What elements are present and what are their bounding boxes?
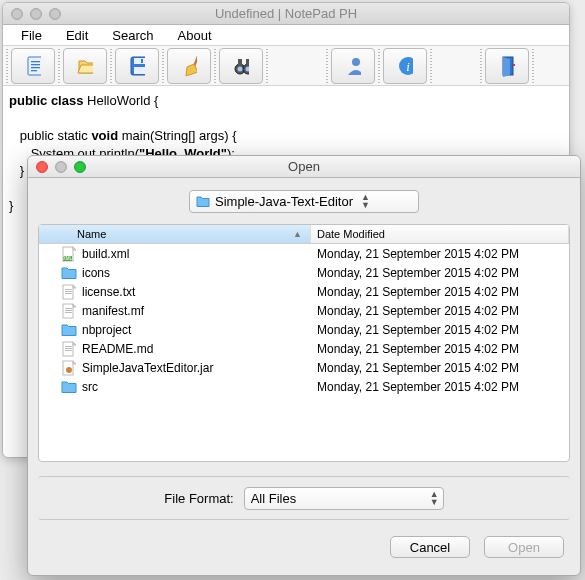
dialog-title: Open	[28, 159, 580, 174]
svg-rect-14	[238, 59, 242, 65]
menu-search[interactable]: Search	[100, 26, 165, 45]
toolbar-separator	[6, 49, 8, 83]
new-file-button[interactable]	[11, 48, 55, 84]
toolbar-separator	[110, 49, 112, 83]
file-row[interactable]: iconsMonday, 21 September 2015 4:02 PM	[39, 263, 569, 282]
cancel-label: Cancel	[410, 540, 450, 555]
close-dot[interactable]	[36, 161, 48, 173]
zoom-dot[interactable]	[49, 8, 61, 20]
svg-rect-1	[31, 61, 40, 62]
folder-path-row: Simple-Java-Text-Editor ▲▼	[28, 178, 580, 224]
menu-edit[interactable]: Edit	[54, 26, 100, 45]
file-name: license.txt	[82, 285, 135, 299]
file-date: Monday, 21 September 2015 4:02 PM	[311, 380, 569, 394]
svg-rect-29	[65, 310, 72, 311]
column-name-label: Name	[77, 228, 106, 240]
exit-button[interactable]	[485, 48, 529, 84]
file-date: Monday, 21 September 2015 4:02 PM	[311, 323, 569, 337]
cancel-button[interactable]: Cancel	[390, 536, 470, 558]
toolbar-separator	[430, 49, 432, 83]
find-button[interactable]	[219, 48, 263, 84]
file-format-popup[interactable]: All Files ▲▼	[244, 487, 444, 510]
code-keyword: void	[91, 128, 118, 143]
exit-door-icon	[499, 58, 515, 74]
file-name: nbproject	[82, 323, 131, 337]
user-button[interactable]	[331, 48, 375, 84]
file-date: Monday, 21 September 2015 4:02 PM	[311, 247, 569, 261]
toolbar-separator	[532, 49, 534, 83]
file-format-label: File Format:	[164, 491, 233, 506]
svg-rect-25	[65, 291, 72, 292]
folder-icon	[61, 379, 77, 395]
file-name: src	[82, 380, 98, 394]
broom-icon	[181, 58, 197, 74]
file-row[interactable]: license.txtMonday, 21 September 2015 4:0…	[39, 282, 569, 301]
open-file-button[interactable]	[63, 48, 107, 84]
sort-ascending-icon: ▲	[293, 229, 302, 239]
chevron-updown-icon: ▲▼	[430, 491, 439, 506]
svg-text:i: i	[406, 59, 410, 74]
dialog-button-row: Cancel Open	[28, 520, 580, 558]
code-text: main(String[] args) {	[118, 128, 237, 143]
menu-about[interactable]: About	[166, 26, 224, 45]
toolbar-separator	[162, 49, 164, 83]
file-row[interactable]: manifest.mfMonday, 21 September 2015 4:0…	[39, 301, 569, 320]
file-row[interactable]: README.mdMonday, 21 September 2015 4:02 …	[39, 339, 569, 358]
file-row[interactable]: XMLbuild.xmlMonday, 21 September 2015 4:…	[39, 244, 569, 263]
toolbar-separator	[326, 49, 328, 83]
column-date-label: Date Modified	[317, 228, 385, 240]
column-name-header[interactable]: Name ▲	[39, 225, 311, 243]
svg-rect-2	[31, 64, 40, 65]
folder-popup[interactable]: Simple-Java-Text-Editor ▲▼	[189, 190, 419, 213]
file-icon: XML	[61, 246, 77, 262]
new-file-icon	[25, 58, 41, 74]
folder-icon	[61, 322, 77, 338]
person-icon	[345, 58, 361, 74]
folder-name: Simple-Java-Text-Editor	[215, 194, 353, 209]
svg-rect-4	[31, 70, 37, 71]
close-dot[interactable]	[11, 8, 23, 20]
file-list[interactable]: XMLbuild.xmlMonday, 21 September 2015 4:…	[39, 244, 569, 396]
file-name: icons	[82, 266, 110, 280]
file-row[interactable]: SimpleJavaTextEditor.jarMonday, 21 Septe…	[39, 358, 569, 377]
file-name: manifest.mf	[82, 304, 144, 318]
minimize-dot[interactable]	[30, 8, 42, 20]
code-keyword: public class	[9, 93, 83, 108]
menubar: File Edit Search About	[3, 25, 569, 46]
file-icon	[61, 360, 77, 376]
dialog-titlebar: Open	[28, 156, 580, 178]
save-button[interactable]	[115, 48, 159, 84]
code-text: }	[9, 163, 24, 178]
traffic-lights-inactive	[3, 8, 61, 20]
menu-file[interactable]: File	[9, 26, 54, 45]
minimize-dot[interactable]	[55, 161, 67, 173]
svg-rect-28	[65, 308, 72, 309]
svg-rect-33	[65, 348, 72, 349]
toolbar-separator	[480, 49, 482, 83]
zoom-dot[interactable]	[74, 161, 86, 173]
file-row[interactable]: srcMonday, 21 September 2015 4:02 PM	[39, 377, 569, 396]
file-date: Monday, 21 September 2015 4:02 PM	[311, 266, 569, 280]
file-row[interactable]: nbprojectMonday, 21 September 2015 4:02 …	[39, 320, 569, 339]
file-date: Monday, 21 September 2015 4:02 PM	[311, 285, 569, 299]
chevron-updown-icon: ▲▼	[361, 194, 370, 209]
clear-button[interactable]	[167, 48, 211, 84]
svg-rect-0	[28, 57, 41, 75]
svg-rect-30	[65, 312, 72, 313]
file-date: Monday, 21 September 2015 4:02 PM	[311, 304, 569, 318]
info-icon: i	[397, 58, 413, 74]
column-headers: Name ▲ Date Modified	[39, 225, 569, 244]
open-button[interactable]: Open	[484, 536, 564, 558]
file-name: SimpleJavaTextEditor.jar	[82, 361, 213, 375]
code-keyword: public static	[9, 128, 91, 143]
svg-rect-8	[141, 59, 143, 63]
file-browser: Name ▲ Date Modified XMLbuild.xmlMonday,…	[38, 224, 570, 462]
folder-icon	[61, 265, 77, 281]
svg-rect-24	[65, 289, 72, 290]
file-icon	[61, 284, 77, 300]
info-button[interactable]: i	[383, 48, 427, 84]
column-date-header[interactable]: Date Modified	[311, 225, 569, 243]
main-window-title: Undefined | NotePad PH	[3, 6, 569, 21]
svg-point-12	[238, 66, 243, 71]
main-titlebar: Undefined | NotePad PH	[3, 3, 569, 25]
